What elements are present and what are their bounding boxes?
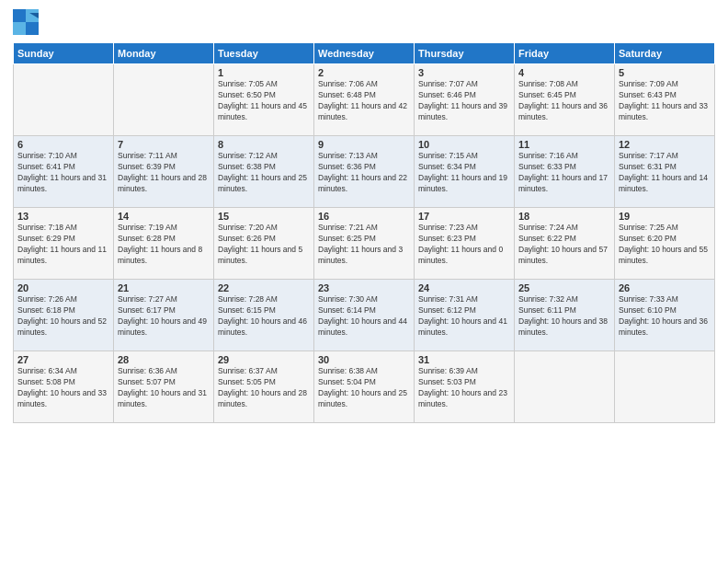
calendar-cell: 2Sunrise: 7:06 AMSunset: 6:48 PMDaylight… bbox=[314, 64, 415, 136]
day-info: Sunrise: 7:06 AMSunset: 6:48 PMDaylight:… bbox=[318, 79, 410, 123]
day-number: 6 bbox=[17, 139, 109, 150]
calendar-cell bbox=[114, 64, 214, 136]
day-header-saturday: Saturday bbox=[615, 43, 715, 64]
day-info: Sunrise: 7:24 AMSunset: 6:22 PMDaylight:… bbox=[518, 223, 610, 267]
calendar-cell: 24Sunrise: 7:31 AMSunset: 6:12 PMDayligh… bbox=[415, 280, 515, 351]
day-number: 17 bbox=[418, 211, 510, 222]
svg-rect-2 bbox=[13, 22, 26, 35]
day-number: 10 bbox=[418, 139, 510, 150]
day-number: 8 bbox=[218, 139, 310, 150]
calendar-cell: 20Sunrise: 7:26 AMSunset: 6:18 PMDayligh… bbox=[14, 280, 114, 351]
header-row: SundayMondayTuesdayWednesdayThursdayFrid… bbox=[14, 43, 715, 64]
calendar-cell bbox=[615, 351, 715, 423]
day-number: 5 bbox=[619, 67, 711, 78]
calendar-cell: 11Sunrise: 7:16 AMSunset: 6:33 PMDayligh… bbox=[515, 136, 615, 208]
day-header-tuesday: Tuesday bbox=[214, 43, 314, 64]
day-info: Sunrise: 6:37 AMSunset: 5:05 PMDaylight:… bbox=[218, 366, 310, 410]
day-number: 23 bbox=[318, 282, 410, 293]
week-row-3: 13Sunrise: 7:18 AMSunset: 6:29 PMDayligh… bbox=[14, 208, 715, 280]
calendar-cell: 22Sunrise: 7:28 AMSunset: 6:15 PMDayligh… bbox=[214, 280, 314, 351]
day-info: Sunrise: 7:11 AMSunset: 6:39 PMDaylight:… bbox=[118, 151, 210, 195]
day-number: 22 bbox=[218, 282, 310, 293]
calendar-cell: 19Sunrise: 7:25 AMSunset: 6:20 PMDayligh… bbox=[615, 208, 715, 280]
day-number: 26 bbox=[619, 282, 711, 293]
day-number: 21 bbox=[118, 282, 210, 293]
calendar-cell: 9Sunrise: 7:13 AMSunset: 6:36 PMDaylight… bbox=[314, 136, 415, 208]
calendar-cell: 1Sunrise: 7:05 AMSunset: 6:50 PMDaylight… bbox=[214, 64, 314, 136]
day-info: Sunrise: 7:27 AMSunset: 6:17 PMDaylight:… bbox=[118, 294, 210, 339]
day-number: 16 bbox=[318, 211, 410, 222]
day-number: 12 bbox=[619, 139, 711, 150]
day-number: 19 bbox=[619, 211, 711, 222]
day-number: 15 bbox=[218, 211, 310, 222]
day-info: Sunrise: 7:16 AMSunset: 6:33 PMDaylight:… bbox=[518, 151, 610, 195]
day-info: Sunrise: 7:15 AMSunset: 6:34 PMDaylight:… bbox=[418, 151, 510, 195]
day-info: Sunrise: 7:05 AMSunset: 6:50 PMDaylight:… bbox=[218, 79, 310, 123]
day-number: 18 bbox=[518, 211, 610, 222]
day-info: Sunrise: 6:34 AMSunset: 5:08 PMDaylight:… bbox=[17, 366, 109, 410]
calendar-cell: 16Sunrise: 7:21 AMSunset: 6:25 PMDayligh… bbox=[314, 208, 415, 280]
calendar-cell: 10Sunrise: 7:15 AMSunset: 6:34 PMDayligh… bbox=[415, 136, 515, 208]
day-number: 25 bbox=[518, 282, 610, 293]
calendar-cell: 15Sunrise: 7:20 AMSunset: 6:26 PMDayligh… bbox=[214, 208, 314, 280]
logo-icon bbox=[13, 9, 39, 35]
calendar-cell: 7Sunrise: 7:11 AMSunset: 6:39 PMDaylight… bbox=[114, 136, 214, 208]
day-info: Sunrise: 6:39 AMSunset: 5:03 PMDaylight:… bbox=[418, 366, 510, 410]
calendar-cell: 28Sunrise: 6:36 AMSunset: 5:07 PMDayligh… bbox=[114, 351, 214, 423]
day-info: Sunrise: 7:07 AMSunset: 6:46 PMDaylight:… bbox=[418, 79, 510, 123]
day-info: Sunrise: 7:12 AMSunset: 6:38 PMDaylight:… bbox=[218, 151, 310, 195]
calendar-cell bbox=[14, 64, 114, 136]
day-number: 29 bbox=[218, 354, 310, 365]
day-number: 20 bbox=[17, 282, 109, 293]
calendar-cell: 23Sunrise: 7:30 AMSunset: 6:14 PMDayligh… bbox=[314, 280, 415, 351]
calendar-cell: 27Sunrise: 6:34 AMSunset: 5:08 PMDayligh… bbox=[14, 351, 114, 423]
day-number: 31 bbox=[418, 354, 510, 365]
day-number: 2 bbox=[318, 67, 410, 78]
calendar-table: SundayMondayTuesdayWednesdayThursdayFrid… bbox=[13, 42, 715, 423]
day-info: Sunrise: 7:17 AMSunset: 6:31 PMDaylight:… bbox=[619, 151, 711, 195]
day-info: Sunrise: 7:32 AMSunset: 6:11 PMDaylight:… bbox=[518, 294, 610, 339]
day-number: 7 bbox=[118, 139, 210, 150]
day-number: 27 bbox=[17, 354, 109, 365]
day-info: Sunrise: 7:25 AMSunset: 6:20 PMDaylight:… bbox=[619, 223, 711, 267]
day-header-sunday: Sunday bbox=[14, 43, 114, 64]
day-number: 11 bbox=[518, 139, 610, 150]
day-info: Sunrise: 7:08 AMSunset: 6:45 PMDaylight:… bbox=[518, 79, 610, 123]
day-header-monday: Monday bbox=[114, 43, 214, 64]
calendar-cell: 18Sunrise: 7:24 AMSunset: 6:22 PMDayligh… bbox=[515, 208, 615, 280]
day-info: Sunrise: 7:33 AMSunset: 6:10 PMDaylight:… bbox=[619, 294, 711, 339]
calendar-cell: 21Sunrise: 7:27 AMSunset: 6:17 PMDayligh… bbox=[114, 280, 214, 351]
calendar-cell: 8Sunrise: 7:12 AMSunset: 6:38 PMDaylight… bbox=[214, 136, 314, 208]
calendar-cell: 26Sunrise: 7:33 AMSunset: 6:10 PMDayligh… bbox=[615, 280, 715, 351]
day-number: 28 bbox=[118, 354, 210, 365]
calendar-cell: 5Sunrise: 7:09 AMSunset: 6:43 PMDaylight… bbox=[615, 64, 715, 136]
logo bbox=[13, 9, 40, 35]
week-row-4: 20Sunrise: 7:26 AMSunset: 6:18 PMDayligh… bbox=[14, 280, 715, 351]
week-row-5: 27Sunrise: 6:34 AMSunset: 5:08 PMDayligh… bbox=[14, 351, 715, 423]
day-number: 1 bbox=[218, 67, 310, 78]
day-info: Sunrise: 7:21 AMSunset: 6:25 PMDaylight:… bbox=[318, 223, 410, 267]
day-number: 13 bbox=[17, 211, 109, 222]
day-number: 9 bbox=[318, 139, 410, 150]
calendar-cell: 6Sunrise: 7:10 AMSunset: 6:41 PMDaylight… bbox=[14, 136, 114, 208]
day-number: 3 bbox=[418, 67, 510, 78]
day-info: Sunrise: 6:36 AMSunset: 5:07 PMDaylight:… bbox=[118, 366, 210, 410]
day-info: Sunrise: 7:26 AMSunset: 6:18 PMDaylight:… bbox=[17, 294, 109, 339]
day-number: 24 bbox=[418, 282, 510, 293]
calendar-cell: 25Sunrise: 7:32 AMSunset: 6:11 PMDayligh… bbox=[515, 280, 615, 351]
svg-rect-0 bbox=[13, 9, 26, 22]
day-info: Sunrise: 7:31 AMSunset: 6:12 PMDaylight:… bbox=[418, 294, 510, 339]
day-info: Sunrise: 7:18 AMSunset: 6:29 PMDaylight:… bbox=[17, 223, 109, 267]
day-info: Sunrise: 7:13 AMSunset: 6:36 PMDaylight:… bbox=[318, 151, 410, 195]
calendar-cell: 12Sunrise: 7:17 AMSunset: 6:31 PMDayligh… bbox=[615, 136, 715, 208]
day-info: Sunrise: 7:20 AMSunset: 6:26 PMDaylight:… bbox=[218, 223, 310, 267]
day-number: 4 bbox=[518, 67, 610, 78]
page-container: SundayMondayTuesdayWednesdayThursdayFrid… bbox=[0, 0, 728, 432]
day-info: Sunrise: 7:19 AMSunset: 6:28 PMDaylight:… bbox=[118, 223, 210, 267]
week-row-1: 1Sunrise: 7:05 AMSunset: 6:50 PMDaylight… bbox=[14, 64, 715, 136]
day-info: Sunrise: 6:38 AMSunset: 5:04 PMDaylight:… bbox=[318, 366, 410, 410]
day-info: Sunrise: 7:28 AMSunset: 6:15 PMDaylight:… bbox=[218, 294, 310, 339]
calendar-cell: 31Sunrise: 6:39 AMSunset: 5:03 PMDayligh… bbox=[415, 351, 515, 423]
calendar-cell: 13Sunrise: 7:18 AMSunset: 6:29 PMDayligh… bbox=[14, 208, 114, 280]
calendar-cell: 30Sunrise: 6:38 AMSunset: 5:04 PMDayligh… bbox=[314, 351, 415, 423]
